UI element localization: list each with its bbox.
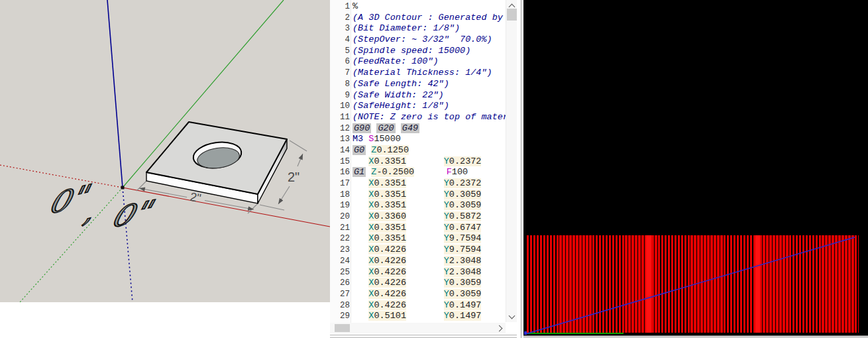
code-token [353, 200, 368, 210]
app-window: 2" 2" 0" [0, 0, 868, 338]
preview-profile-line [525, 237, 855, 334]
code-token: (StepOver: ~ 3/32" 70.0%) [353, 34, 492, 44]
code-token [353, 278, 368, 288]
code-token: 0.3351 [374, 200, 406, 210]
code-token: 0.4226 [374, 289, 406, 299]
code-token: (Safe Length: 42") [353, 79, 449, 89]
code-line: 9(Safe Width: 22") [330, 90, 506, 101]
code-token: F [447, 167, 452, 177]
line-number: 2 [330, 13, 350, 24]
code-token [353, 289, 368, 299]
code-token [414, 167, 447, 177]
line-number: 12 [330, 123, 350, 135]
x-axis-negative [0, 165, 123, 188]
line-number: 18 [330, 190, 350, 201]
code-token: -0.2500 [376, 167, 414, 177]
code-token: 15000 [374, 134, 401, 144]
code-line: 22 X0.3351 Y9.7594 [330, 233, 506, 245]
code-token [406, 289, 444, 299]
code-token: 0.3351 [374, 233, 406, 243]
cad-scene: 2" 2" 0" [0, 0, 330, 302]
line-number: 25 [330, 267, 350, 278]
horizontal-scrollbar-thumb[interactable] [335, 324, 350, 332]
code-token: G20 [376, 123, 395, 133]
line-number: 15 [330, 156, 350, 168]
code-token: Y [444, 223, 449, 233]
code-line: 19 X0.3351 Y0.3059 [330, 200, 506, 211]
code-token [353, 245, 368, 254]
code-line: 24 X0.4226 Y2.3048 [330, 256, 506, 267]
code-token: 0.4226 [374, 300, 406, 310]
panel-separator [517, 0, 523, 338]
vertical-scrollbar[interactable] [506, 0, 517, 322]
line-number: 3 [330, 23, 350, 34]
code-line: 28 X0.4226 Y0.1497 [330, 300, 506, 311]
code-token [353, 311, 368, 321]
line-number: 26 [330, 278, 350, 289]
origin-text-second: 0" [107, 194, 157, 235]
code-token: 0.3059 [449, 289, 482, 299]
code-token [406, 178, 444, 188]
code-token: G49 [401, 123, 419, 133]
vertical-scrollbar-thumb[interactable] [507, 9, 517, 21]
code-line: 26 X0.4226 Y0.3059 [330, 278, 506, 289]
code-token: 0.2372 [449, 156, 482, 166]
code-token: 0.3360 [374, 211, 406, 221]
code-line: 27 X0.4226 Y0.3059 [330, 289, 506, 300]
code-token: 9.7594 [449, 245, 482, 254]
code-token: (Bit Diameter: 1/8") [353, 23, 460, 33]
code-line: 29 X0.5101 Y0.1497 [330, 311, 506, 322]
code-token: (SafeHeight: 1/8") [353, 101, 449, 111]
code-line: 10(SafeHeight: 1/8") [330, 101, 506, 112]
code-token: 0.4226 [374, 278, 406, 288]
code-token [353, 256, 368, 266]
code-token: % [353, 1, 358, 11]
code-line: 12G90 G20 G49 [330, 123, 506, 135]
code-line: 16G1 Z-0.2500 F100 [330, 167, 506, 178]
code-token: G90 [353, 123, 371, 133]
plate-model[interactable] [146, 122, 287, 203]
code-token: 0.3351 [374, 178, 406, 188]
line-number: 10 [330, 101, 350, 112]
code-token [396, 123, 401, 133]
code-token: 0.4226 [374, 245, 406, 254]
origin-point [121, 186, 125, 190]
line-number: 20 [330, 211, 350, 223]
code-token: Y [444, 289, 449, 299]
cad-3d-viewport[interactable]: 2" 2" 0" [0, 0, 331, 302]
code-token [353, 223, 368, 233]
code-token: Y [444, 233, 449, 243]
origin-dimension-text: 0" , 0" [45, 178, 157, 235]
line-number: 8 [330, 79, 350, 90]
line-number: 27 [330, 289, 350, 300]
separator-line [521, 0, 521, 338]
code-token: 0.4226 [374, 267, 406, 277]
line-number: 22 [330, 233, 350, 245]
line-number: 13 [330, 134, 350, 145]
code-lines[interactable]: 1%2(A 3D Contour : Generated by .3(Bit D… [330, 1, 506, 323]
code-line: 2(A 3D Contour : Generated by . [330, 13, 506, 24]
code-token [353, 267, 368, 277]
code-token: 2.3048 [449, 256, 482, 266]
code-token [406, 311, 444, 321]
code-line: 14G0 Z0.1250 [330, 145, 506, 156]
scroll-down-button[interactable] [506, 311, 517, 322]
scroll-right-button[interactable] [494, 323, 506, 333]
code-line: 1% [330, 1, 506, 13]
code-token [406, 267, 444, 277]
line-number: 21 [330, 223, 350, 234]
line-number: 7 [330, 68, 350, 79]
code-token [353, 211, 368, 221]
code-token: Y [444, 190, 449, 199]
gcode-editor[interactable]: 1%2(A 3D Contour : Generated by .3(Bit D… [330, 0, 517, 338]
code-token: (Material Thickness: 1/4") [353, 68, 492, 78]
toolpath-overlay [523, 0, 868, 335]
line-number: 23 [330, 245, 350, 256]
code-token [353, 190, 368, 199]
line-number: 29 [330, 311, 350, 322]
code-line: 25 X0.4226 Y2.3048 [330, 267, 506, 278]
code-token [406, 233, 444, 243]
horizontal-scrollbar[interactable] [330, 323, 506, 333]
toolpath-preview[interactable] [523, 0, 868, 335]
code-token: 0.3351 [374, 223, 406, 233]
